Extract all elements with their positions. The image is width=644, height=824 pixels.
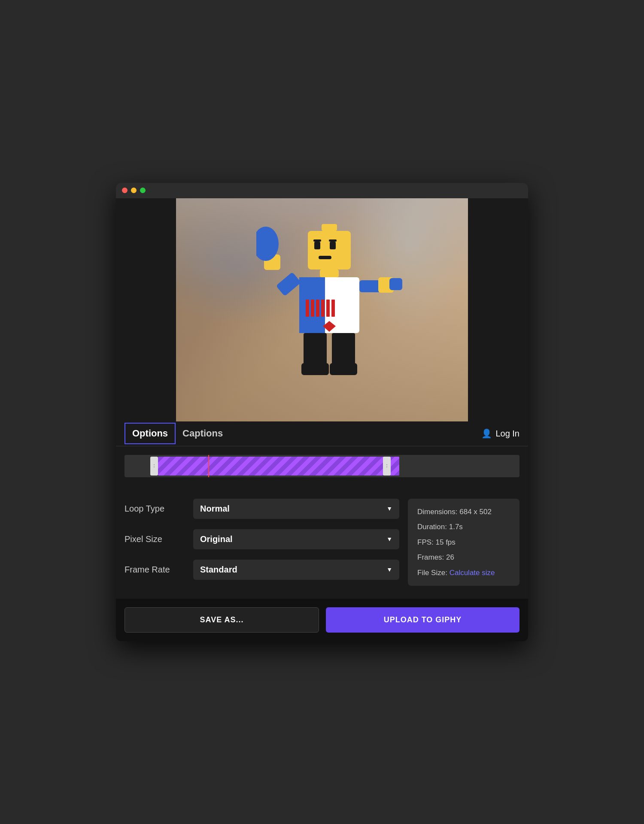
svg-rect-15 bbox=[331, 300, 335, 317]
loop-type-value: Normal bbox=[200, 504, 230, 514]
svg-rect-0 bbox=[308, 231, 351, 270]
svg-rect-6 bbox=[320, 270, 339, 277]
info-panel: Dimensions: 684 x 502 Duration: 1.7s FPS… bbox=[408, 499, 519, 586]
login-button[interactable]: 👤 Log In bbox=[481, 428, 519, 439]
svg-rect-24 bbox=[304, 333, 327, 367]
tabs-bar: Options Captions 👤 Log In bbox=[116, 421, 528, 446]
frame-rate-row: Frame Rate Standard ▼ bbox=[125, 560, 399, 580]
handle-grip bbox=[386, 464, 387, 467]
svg-rect-1 bbox=[314, 242, 320, 249]
svg-rect-23 bbox=[389, 278, 402, 290]
duration-info: Duration: 1.7s bbox=[417, 521, 510, 533]
grip-line bbox=[154, 467, 155, 467]
timeline-fill bbox=[158, 457, 399, 476]
svg-rect-5 bbox=[319, 256, 331, 259]
frame-rate-value: Standard bbox=[200, 565, 237, 575]
svg-rect-28 bbox=[322, 224, 337, 231]
app-window: Options Captions 👤 Log In bbox=[116, 183, 528, 642]
file-size-info: File Size: Calculate size bbox=[417, 567, 510, 579]
upload-to-giphy-button[interactable]: UPLOAD TO GIPHY bbox=[326, 607, 519, 633]
pixel-size-label: Pixel Size bbox=[125, 534, 185, 544]
grip-line bbox=[154, 464, 155, 465]
minimize-button[interactable] bbox=[131, 188, 137, 193]
svg-rect-3 bbox=[313, 239, 321, 242]
svg-rect-25 bbox=[332, 333, 355, 367]
loop-type-label: Loop Type bbox=[125, 504, 185, 514]
timeline-playhead bbox=[208, 455, 209, 477]
loop-type-row: Loop Type Normal ▼ bbox=[125, 499, 399, 519]
tab-options[interactable]: Options bbox=[125, 423, 176, 444]
svg-rect-21 bbox=[359, 280, 381, 292]
close-button[interactable] bbox=[122, 188, 128, 193]
chevron-down-icon: ▼ bbox=[386, 536, 392, 542]
handle-grip bbox=[154, 464, 155, 467]
options-grid: Loop Type Normal ▼ Pixel Size Original ▼… bbox=[116, 486, 528, 599]
calculate-size-link[interactable]: Calculate size bbox=[450, 569, 495, 577]
grip-line bbox=[386, 464, 387, 465]
chevron-down-icon: ▼ bbox=[386, 505, 392, 512]
save-as-button[interactable]: SAVE AS... bbox=[125, 607, 319, 633]
svg-rect-26 bbox=[301, 363, 329, 375]
svg-rect-12 bbox=[316, 300, 319, 317]
chevron-down-icon: ▼ bbox=[386, 566, 392, 573]
frame-rate-label: Frame Rate bbox=[125, 565, 185, 575]
user-icon: 👤 bbox=[481, 428, 492, 439]
titlebar bbox=[116, 183, 528, 198]
svg-rect-2 bbox=[330, 242, 336, 249]
pixel-size-row: Pixel Size Original ▼ bbox=[125, 529, 399, 549]
options-left-panel: Loop Type Normal ▼ Pixel Size Original ▼… bbox=[125, 499, 399, 586]
svg-rect-20 bbox=[258, 237, 273, 257]
svg-rect-11 bbox=[311, 300, 314, 317]
tab-captions[interactable]: Captions bbox=[176, 424, 230, 443]
fps-info: FPS: 15 fps bbox=[417, 537, 510, 548]
svg-rect-4 bbox=[329, 239, 337, 242]
pixel-size-select[interactable]: Original ▼ bbox=[193, 529, 399, 549]
svg-rect-13 bbox=[321, 300, 325, 317]
dimensions-info: Dimensions: 684 x 502 bbox=[417, 506, 510, 518]
svg-rect-14 bbox=[326, 300, 330, 317]
svg-rect-17 bbox=[276, 272, 301, 296]
loop-type-select[interactable]: Normal ▼ bbox=[193, 499, 399, 519]
grip-line bbox=[386, 467, 387, 467]
frames-info: Frames: 26 bbox=[417, 552, 510, 563]
bottom-bar: SAVE AS... UPLOAD TO GIPHY bbox=[116, 599, 528, 641]
timeline-track[interactable] bbox=[125, 455, 519, 477]
frame-rate-select[interactable]: Standard ▼ bbox=[193, 560, 399, 580]
svg-rect-10 bbox=[306, 300, 309, 317]
preview-area bbox=[116, 198, 528, 421]
file-size-label: File Size: bbox=[417, 569, 447, 577]
maximize-button[interactable] bbox=[140, 188, 146, 193]
timeline-handle-right[interactable] bbox=[383, 457, 391, 476]
lego-figure bbox=[256, 205, 402, 413]
video-preview bbox=[176, 198, 468, 421]
pixel-size-value: Original bbox=[200, 534, 233, 544]
timeline-area bbox=[116, 446, 528, 486]
svg-rect-27 bbox=[330, 363, 357, 375]
timeline-handle-left[interactable] bbox=[150, 457, 158, 476]
